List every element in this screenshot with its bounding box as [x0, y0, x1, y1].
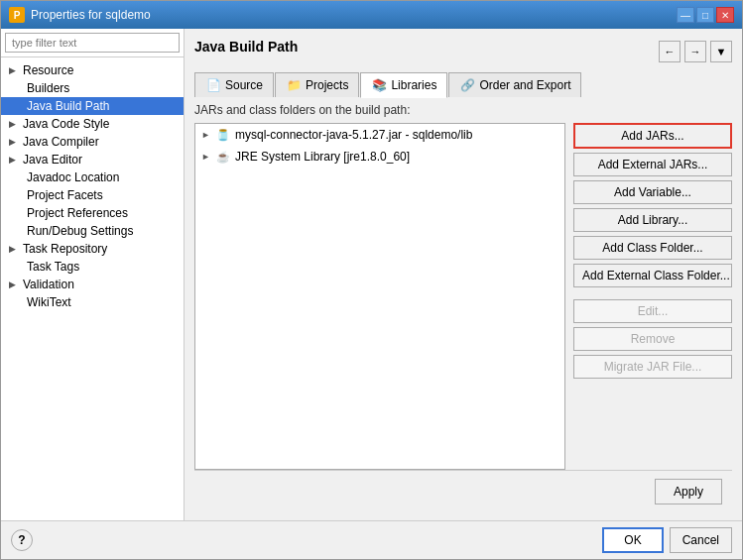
add-class-folder-button[interactable]: Add Class Folder... [573, 236, 732, 260]
tab-projects-label: Projects [306, 78, 348, 92]
content-area: ▶ResourceBuildersJava Build Path▶Java Co… [1, 29, 742, 520]
forward-button[interactable]: → [684, 41, 706, 62]
main-header: Java Build Path ← → ▼ [194, 39, 732, 64]
jar-icon-jre: ☕ [215, 149, 231, 165]
jar-icon-mysql: 🫙 [215, 127, 231, 143]
add-external-jars-button[interactable]: Add External JARs... [573, 153, 732, 176]
sidebar-item-label: Java Build Path [27, 99, 109, 113]
tab-source-label: Source [225, 78, 263, 92]
sidebar-item-wikitext[interactable]: WikiText [1, 293, 184, 311]
sidebar-item-label: Java Compiler [23, 135, 99, 149]
sidebar-item-label: Javadoc Location [27, 170, 119, 184]
sidebar-item-builders[interactable]: Builders [1, 79, 184, 97]
window-icon: P [9, 7, 25, 23]
sidebar-item-label: Validation [23, 278, 74, 291]
source-icon: 📄 [205, 77, 221, 93]
back-button[interactable]: ← [659, 41, 681, 62]
jar-label-mysql: mysql-connector-java-5.1.27.jar - sqldem… [235, 128, 472, 142]
jar-expand-arrow-mysql: ► [201, 130, 211, 140]
sidebar-item-project-references[interactable]: Project References [1, 204, 184, 222]
jar-item-mysql[interactable]: ► 🫙 mysql-connector-java-5.1.27.jar - sq… [195, 124, 564, 146]
expand-arrow: ▶ [9, 65, 19, 75]
ok-button[interactable]: OK [602, 527, 663, 553]
sidebar-item-label: Builders [27, 81, 69, 95]
action-buttons: Add JARs... Add External JARs... Add Var… [573, 123, 732, 470]
sidebar-item-task-repository[interactable]: ▶Task Repository [1, 240, 184, 258]
sidebar-item-validation[interactable]: ▶Validation [1, 276, 184, 293]
expand-arrow: ▶ [9, 137, 19, 147]
apply-bar: Apply [194, 470, 732, 510]
filter-input[interactable] [5, 33, 180, 53]
dialog-actions: OK Cancel [602, 527, 732, 553]
add-jars-button[interactable]: Add JARs... [573, 123, 732, 149]
tab-order-export-label: Order and Export [479, 78, 570, 92]
sidebar-item-label: Java Code Style [23, 117, 109, 131]
sidebar-item-resource[interactable]: ▶Resource [1, 61, 184, 79]
build-path-panel: JARs and class folders on the build path… [194, 103, 732, 470]
tab-bar: 📄 Source 📁 Projects 📚 Libraries 🔗 Order … [194, 72, 732, 97]
sidebar-item-task-tags[interactable]: Task Tags [1, 258, 184, 276]
cancel-button[interactable]: Cancel [670, 527, 732, 553]
sidebar-item-label: Run/Debug Settings [27, 224, 133, 238]
add-variable-button[interactable]: Add Variable... [573, 180, 732, 204]
tab-source[interactable]: 📄 Source [194, 72, 274, 97]
jar-item-jre[interactable]: ► ☕ JRE System Library [jre1.8.0_60] [195, 146, 564, 168]
help-button[interactable]: ? [11, 529, 33, 551]
maximize-button[interactable]: □ [696, 7, 714, 23]
edit-button[interactable]: Edit... [573, 299, 732, 323]
build-path-area: ► 🫙 mysql-connector-java-5.1.27.jar - sq… [194, 123, 732, 470]
title-bar: P Properties for sqldemo — □ ✕ [1, 1, 742, 29]
sidebar-item-java-compiler[interactable]: ▶Java Compiler [1, 133, 184, 151]
dialog-bottom: ? OK Cancel [1, 520, 742, 559]
libraries-icon: 📚 [371, 77, 387, 93]
window-title: Properties for sqldemo [31, 8, 151, 22]
tab-projects[interactable]: 📁 Projects [275, 72, 359, 97]
close-button[interactable]: ✕ [716, 7, 734, 23]
tree-list: ▶ResourceBuildersJava Build Path▶Java Co… [1, 57, 184, 520]
sidebar-item-project-facets[interactable]: Project Facets [1, 186, 184, 204]
sidebar-item-label: Project Facets [27, 188, 103, 202]
title-bar-left: P Properties for sqldemo [9, 7, 151, 23]
sidebar-item-label: Resource [23, 63, 73, 77]
tab-libraries-label: Libraries [391, 78, 436, 92]
apply-button[interactable]: Apply [655, 479, 722, 504]
migrate-jar-button[interactable]: Migrate JAR File... [573, 355, 732, 379]
expand-arrow: ▶ [9, 119, 19, 129]
tab-libraries[interactable]: 📚 Libraries [360, 72, 447, 98]
main-panel: Java Build Path ← → ▼ 📄 Source 📁 Project… [185, 29, 742, 520]
sidebar-item-java-code-style[interactable]: ▶Java Code Style [1, 115, 184, 133]
sidebar-item-java-editor[interactable]: ▶Java Editor [1, 151, 184, 168]
properties-dialog: P Properties for sqldemo — □ ✕ ▶Resource… [0, 0, 743, 560]
nav-arrows: ← → ▼ [659, 41, 732, 62]
projects-icon: 📁 [286, 77, 302, 93]
jar-label-jre: JRE System Library [jre1.8.0_60] [235, 150, 410, 164]
sidebar-item-label: Project References [27, 206, 128, 220]
jar-list-container[interactable]: ► 🫙 mysql-connector-java-5.1.27.jar - sq… [194, 123, 565, 470]
sidebar-item-label: Task Repository [23, 242, 107, 256]
sidebar-item-label: Task Tags [27, 260, 79, 274]
build-path-description: JARs and class folders on the build path… [194, 103, 732, 117]
minimize-button[interactable]: — [677, 7, 694, 23]
expand-arrow: ▶ [9, 155, 19, 165]
dropdown-button[interactable]: ▼ [710, 41, 732, 62]
tab-order-export[interactable]: 🔗 Order and Export [448, 72, 581, 97]
order-export-icon: 🔗 [459, 77, 475, 93]
filter-box [1, 29, 184, 57]
sidebar: ▶ResourceBuildersJava Build Path▶Java Co… [1, 29, 185, 520]
jar-expand-arrow-jre: ► [201, 152, 211, 162]
sidebar-item-label: WikiText [27, 295, 71, 309]
section-title: Java Build Path [194, 39, 298, 55]
sidebar-item-label: Java Editor [23, 153, 82, 167]
sidebar-item-javadoc-location[interactable]: Javadoc Location [1, 168, 184, 186]
sidebar-item-run/debug-settings[interactable]: Run/Debug Settings [1, 222, 184, 240]
expand-arrow: ▶ [9, 280, 19, 289]
sidebar-item-java-build-path[interactable]: Java Build Path [1, 97, 184, 115]
add-library-button[interactable]: Add Library... [573, 208, 732, 232]
expand-arrow: ▶ [9, 244, 19, 254]
remove-button[interactable]: Remove [573, 327, 732, 351]
add-external-class-folder-button[interactable]: Add External Class Folder... [573, 264, 732, 287]
window-controls: — □ ✕ [677, 7, 734, 23]
